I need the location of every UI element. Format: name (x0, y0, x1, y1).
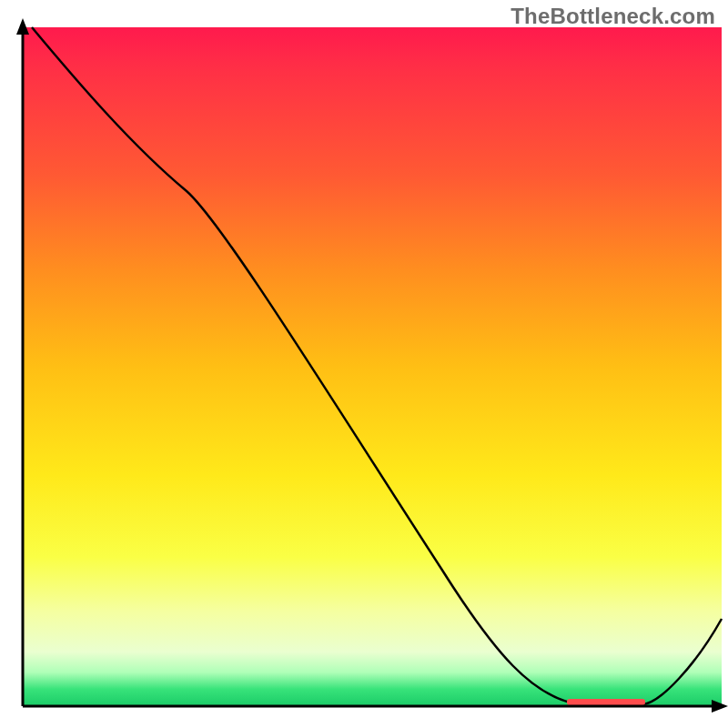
chart-container: TheBottleneck.com (0, 0, 728, 728)
y-axis-arrow (16, 18, 29, 35)
x-axis-arrow (712, 700, 728, 713)
axes-layer (0, 0, 728, 728)
